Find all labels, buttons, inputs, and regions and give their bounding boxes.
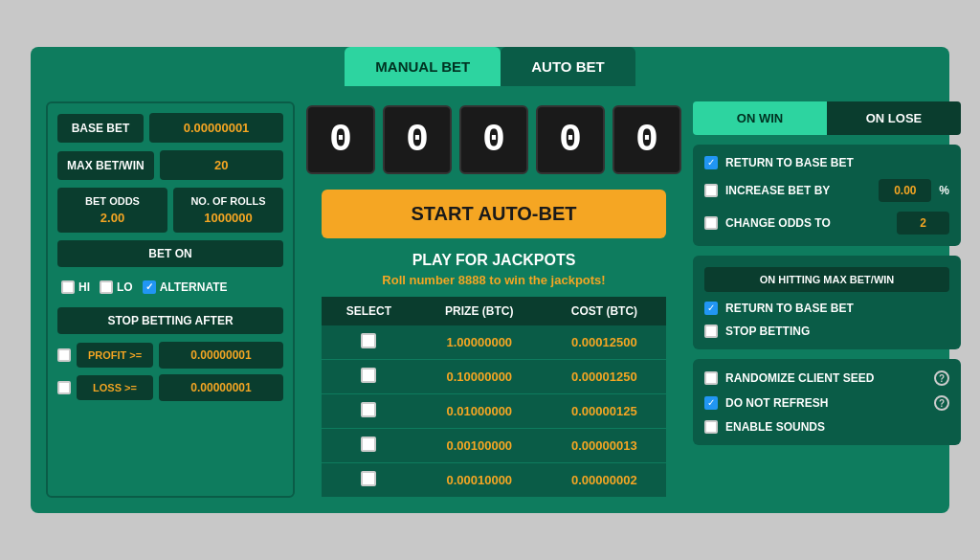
- max-bet-row: MAX BET/WIN 20: [57, 150, 283, 180]
- randomize-label: RANDOMIZE CLIENT SEED: [725, 371, 926, 385]
- return-base-bet-cb[interactable]: [704, 156, 718, 169]
- change-odds-row: CHANGE ODDS TO: [704, 212, 949, 235]
- increase-bet-input[interactable]: [879, 179, 931, 202]
- mid-panel: 0 0 0 0 0 START AUTO-BET PLAY FOR JACKPO…: [306, 101, 681, 498]
- no-refresh-label: DO NOT REFRESH: [725, 396, 926, 410]
- on-lose-tab[interactable]: ON LOSE: [827, 101, 961, 135]
- jackpot-sub: Roll number 8888 to win the jackpots!: [382, 273, 605, 287]
- bet-odds-value[interactable]: 2.00: [63, 211, 162, 225]
- win-lose-tabs: ON WIN ON LOSE: [693, 101, 961, 135]
- digit-0: 0: [306, 105, 375, 174]
- bet-odds-label: BET ODDS: [63, 195, 162, 207]
- row-cb-0[interactable]: [361, 333, 376, 348]
- enable-sounds-label: ENABLE SOUNDS: [725, 420, 949, 434]
- odds-rolls-row: BET ODDS 2.00 NO. OF ROLLS 1000000: [57, 188, 283, 233]
- hi-checkbox[interactable]: HI: [61, 280, 90, 294]
- profit-cb-icon[interactable]: [57, 348, 71, 362]
- loss-cb-icon[interactable]: [57, 381, 71, 394]
- col-select: SELECT: [322, 297, 416, 325]
- randomize-help-icon: ?: [934, 370, 949, 386]
- profit-row: PROFIT >= 0.00000001: [57, 342, 283, 369]
- table-row: 0.00010000 0.00000002: [322, 463, 666, 498]
- hitting-return-cb[interactable]: [704, 302, 718, 315]
- row-prize-4: 0.00010000: [416, 463, 543, 498]
- row-select-1[interactable]: [322, 360, 416, 394]
- start-autobet-button[interactable]: START AUTO-BET: [322, 190, 666, 238]
- bet-on-row: HI LO ALTERNATE: [57, 275, 283, 300]
- base-bet-row: BASE BET 0.00000001: [57, 113, 283, 143]
- jackpot-table: SELECT PRIZE (BTC) COST (BTC) 1.00000000…: [322, 297, 666, 498]
- row-cb-4[interactable]: [361, 471, 376, 486]
- return-base-bet-label: RETURN TO BASE BET: [725, 156, 949, 169]
- increase-bet-row: INCREASE BET BY %: [704, 179, 949, 202]
- loss-value[interactable]: 0.00000001: [159, 374, 283, 401]
- row-prize-1: 0.10000000: [416, 360, 543, 394]
- col-cost: COST (BTC): [543, 297, 666, 325]
- no-rolls-value[interactable]: 1000000: [179, 211, 278, 225]
- hitting-stop-label: STOP BETTING: [725, 325, 949, 338]
- digit-2: 0: [459, 105, 528, 174]
- on-win-tab[interactable]: ON WIN: [693, 101, 827, 135]
- tab-manual[interactable]: MANUAL BET: [345, 47, 501, 86]
- hitting-return-label: RETURN TO BASE BET: [725, 302, 949, 315]
- hitting-header: ON HITTING MAX BET/WIN: [704, 267, 949, 292]
- row-cost-1: 0.00001250: [543, 360, 666, 394]
- profit-value[interactable]: 0.00000001: [159, 342, 283, 369]
- bet-odds-box: BET ODDS 2.00: [57, 188, 167, 233]
- row-prize-0: 1.00000000: [416, 325, 543, 360]
- lo-cb-icon: [100, 280, 113, 294]
- row-cost-0: 0.00012500: [543, 325, 666, 360]
- no-refresh-cb[interactable]: [704, 396, 718, 410]
- row-select-0[interactable]: [322, 325, 416, 360]
- jackpot-sub-prefix: Roll number: [382, 273, 457, 287]
- row-prize-3: 0.00100000: [416, 429, 543, 463]
- no-rolls-label: NO. OF ROLLS: [179, 195, 278, 207]
- right-panel: ON WIN ON LOSE RETURN TO BASE BET INCREA…: [693, 101, 961, 498]
- digit-4: 0: [612, 105, 681, 174]
- loss-label: LOSS >=: [77, 375, 153, 400]
- lo-checkbox[interactable]: LO: [100, 280, 133, 294]
- row-cost-4: 0.00000002: [543, 463, 666, 498]
- main-container: MANUAL BET AUTO BET BASE BET 0.00000001 …: [31, 47, 949, 513]
- return-base-bet-row: RETURN TO BASE BET: [704, 156, 949, 169]
- row-select-2[interactable]: [322, 394, 416, 429]
- alternate-cb-icon: [143, 280, 156, 294]
- change-odds-cb[interactable]: [704, 216, 718, 230]
- col-prize: PRIZE (BTC): [416, 297, 543, 325]
- jackpot-roll-num: 8888: [458, 273, 486, 287]
- bet-on-header: BET ON: [57, 240, 283, 267]
- base-bet-value[interactable]: 0.00000001: [149, 113, 283, 143]
- table-row: 0.00100000 0.00000013: [322, 429, 666, 463]
- enable-sounds-cb[interactable]: [704, 420, 718, 434]
- row-cb-3[interactable]: [361, 437, 376, 452]
- alternate-checkbox[interactable]: ALTERNATE: [143, 280, 228, 294]
- table-row: 1.00000000 0.00012500: [322, 325, 666, 360]
- digit-3: 0: [536, 105, 605, 174]
- hi-label: HI: [78, 280, 90, 294]
- change-odds-input[interactable]: [897, 212, 949, 235]
- hitting-stop-cb[interactable]: [704, 325, 718, 338]
- stop-section: PROFIT >= 0.00000001 LOSS >= 0.00000001: [57, 342, 283, 401]
- max-bet-value[interactable]: 20: [160, 150, 283, 180]
- max-bet-label: MAX BET/WIN: [57, 151, 154, 180]
- row-cost-3: 0.00000013: [543, 429, 666, 463]
- row-cb-1[interactable]: [361, 368, 376, 383]
- jackpot-title: PLAY FOR JACKPOTS: [412, 252, 576, 269]
- hi-cb-icon: [61, 280, 75, 294]
- tab-auto[interactable]: AUTO BET: [501, 47, 635, 86]
- content-row: BASE BET 0.00000001 MAX BET/WIN 20 BET O…: [31, 86, 949, 513]
- extra-section: RANDOMIZE CLIENT SEED ? DO NOT REFRESH ?…: [693, 359, 961, 445]
- row-select-4[interactable]: [322, 463, 416, 498]
- alternate-label: ALTERNATE: [160, 280, 228, 294]
- hitting-return-row: RETURN TO BASE BET: [704, 302, 949, 315]
- table-row: 0.10000000 0.00001250: [322, 360, 666, 394]
- tabs-row: MANUAL BET AUTO BET: [31, 47, 949, 86]
- row-select-3[interactable]: [322, 429, 416, 463]
- row-cost-2: 0.00000125: [543, 394, 666, 429]
- increase-bet-cb[interactable]: [704, 184, 718, 197]
- row-cb-2[interactable]: [361, 402, 376, 417]
- no-rolls-box: NO. OF ROLLS 1000000: [173, 188, 283, 233]
- loss-row: LOSS >= 0.00000001: [57, 374, 283, 401]
- randomize-cb[interactable]: [704, 371, 718, 385]
- stop-header: STOP BETTING AFTER: [57, 307, 283, 334]
